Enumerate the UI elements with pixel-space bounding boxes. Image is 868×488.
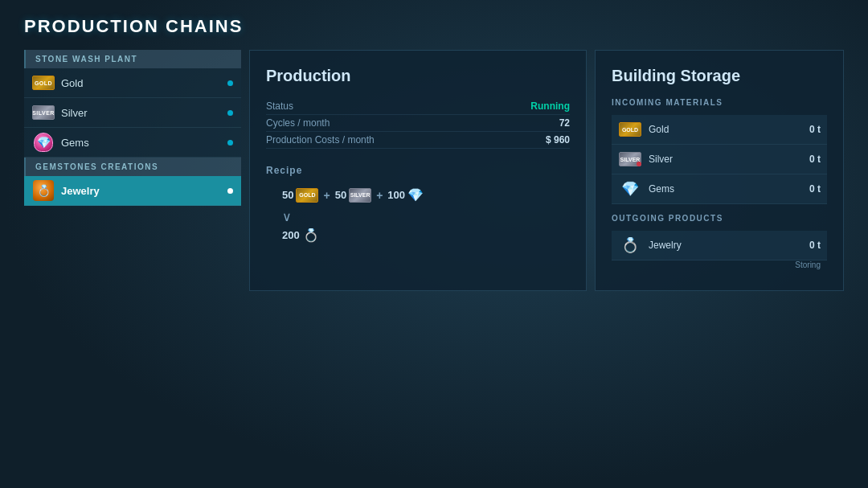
- storage-silver-icon: SILVER: [618, 150, 642, 169]
- storage-gold-qty: 0 t: [809, 124, 821, 135]
- jewelry-dot: [227, 188, 233, 194]
- status-row: Status Running: [266, 98, 570, 115]
- recipe-title: Recipe: [266, 165, 570, 176]
- storage-gold-icon: GOLD: [618, 120, 642, 139]
- cycles-label: Cycles / month: [266, 117, 330, 129]
- cycles-row: Cycles / month 72: [266, 115, 570, 132]
- recipe-qty-output: 200: [282, 229, 300, 241]
- outgoing-section: OUTGOING PRODUCTS 💍 Jewelry 0 t Storing: [612, 214, 827, 273]
- recipe-jewelry-icon: 💍: [303, 228, 319, 243]
- jewelry-badge: 💍: [33, 180, 54, 201]
- page-title: PRODUCTION CHAINS: [24, 16, 844, 37]
- recipe-output: 200 💍: [266, 228, 570, 243]
- storage-gems-qty: 0 t: [809, 183, 821, 195]
- recipe-arrow-down: ∨: [266, 209, 570, 224]
- storing-label: Storing: [612, 260, 827, 273]
- recipe-silver-icon: SILVER: [349, 188, 371, 203]
- storage-item-jewelry: 💍 Jewelry 0 t: [612, 231, 827, 260]
- recipe-gems-icon: 💎: [407, 187, 424, 203]
- status-label: Status: [266, 100, 293, 112]
- silver-icon: SILVER: [32, 104, 55, 121]
- storage-gold-label: Gold: [649, 124, 809, 135]
- storage-panel: Building Storage INCOMING MATERIALS GOLD…: [595, 50, 844, 291]
- recipe-item-silver: 50 SILVER: [335, 188, 371, 203]
- recipe-item-gems: 100 💎: [387, 187, 424, 203]
- production-title: Production: [266, 67, 570, 85]
- storage-jewelry-label: Jewelry: [649, 240, 809, 251]
- main-content: PRODUCTION CHAINS STONE WASH PLANT GOLD …: [0, 0, 868, 488]
- storage-silver-qty: 0 t: [809, 154, 821, 165]
- jewelry-label: Jewelry: [61, 185, 223, 197]
- silver-icon-wrapper: SILVER: [32, 105, 55, 120]
- recipe-qty-gold: 50: [282, 189, 293, 201]
- storage-gems-emoji: 💎: [621, 180, 639, 198]
- section-header-gemstones: GEMSTONES CREATIONS: [24, 158, 241, 176]
- recipe-section: Recipe 50 GOLD + 50 SILVER +: [266, 165, 570, 243]
- section-header-stone-wash: STONE WASH PLANT: [24, 50, 241, 68]
- sidebar-item-silver[interactable]: SILVER Silver: [24, 98, 241, 128]
- status-value: Running: [530, 100, 570, 112]
- gems-dot: [227, 140, 233, 146]
- gems-icon: [32, 133, 55, 151]
- costs-label: Production Costs / month: [266, 134, 375, 146]
- gold-label: Gold: [61, 77, 223, 89]
- main-layout: STONE WASH PLANT GOLD Gold SILVER Silver: [24, 50, 844, 472]
- recipe-gold-icon: GOLD: [296, 188, 318, 203]
- sidebar-item-jewelry[interactable]: 💍 Jewelry: [24, 176, 241, 206]
- storage-item-silver: SILVER Silver 0 t: [612, 145, 827, 174]
- storage-jewelry-emoji: 💍: [621, 236, 639, 254]
- plus-sign-1: +: [323, 189, 330, 202]
- gold-dot: [227, 80, 233, 86]
- plus-sign-2: +: [376, 189, 383, 202]
- costs-row: Production Costs / month $ 960: [266, 132, 570, 149]
- recipe-inputs: 50 GOLD + 50 SILVER + 100 💎: [266, 187, 570, 203]
- recipe-qty-silver: 50: [335, 189, 346, 201]
- recipe-item-gold: 50 GOLD: [282, 188, 318, 203]
- storage-title: Building Storage: [612, 67, 827, 85]
- outgoing-header: OUTGOING PRODUCTS: [612, 214, 827, 226]
- storage-silver-label: Silver: [649, 154, 809, 165]
- jewelry-icon: 💍: [32, 182, 55, 199]
- storage-item-gold: GOLD Gold 0 t: [612, 115, 827, 145]
- storage-jewelry-qty: 0 t: [809, 240, 821, 251]
- gold-icon: GOLD: [32, 74, 55, 92]
- storage-silver-wrapper: SILVER: [619, 152, 641, 166]
- gold-badge: GOLD: [32, 76, 55, 90]
- sidebar-item-gems[interactable]: Gems: [24, 128, 241, 158]
- silver-label: Silver: [61, 107, 223, 119]
- silver-dot: [227, 110, 233, 116]
- storage-gems-label: Gems: [649, 183, 809, 195]
- incoming-header: INCOMING MATERIALS: [612, 98, 827, 110]
- production-stats: Status Running Cycles / month 72 Product…: [266, 98, 570, 149]
- costs-value: $ 960: [546, 134, 570, 146]
- storage-jewelry-icon: 💍: [618, 236, 642, 255]
- production-panel: Production Status Running Cycles / month…: [249, 50, 587, 291]
- cycles-value: 72: [559, 117, 570, 129]
- storage-gems-icon: 💎: [618, 179, 642, 199]
- sidebar-item-gold[interactable]: GOLD Gold: [24, 68, 241, 98]
- silver-badge: SILVER: [32, 105, 55, 120]
- sidebar: STONE WASH PLANT GOLD Gold SILVER Silver: [24, 50, 241, 206]
- storage-item-gems: 💎 Gems 0 t: [612, 174, 827, 204]
- storage-gold-badge: GOLD: [619, 122, 641, 137]
- gems-badge: [34, 133, 53, 152]
- recipe-qty-gems: 100: [387, 189, 405, 201]
- storage-silver-dot: [637, 162, 641, 166]
- gems-label: Gems: [61, 137, 223, 149]
